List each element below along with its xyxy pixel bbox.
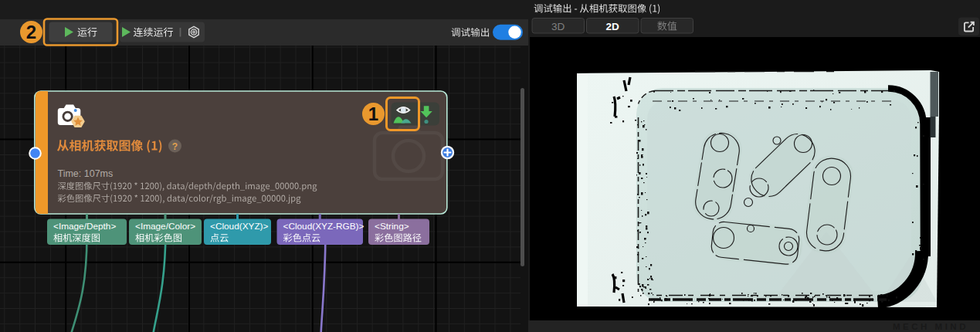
- svg-text:1: 1: [368, 103, 378, 124]
- svg-text:<Cloud(XYZ)>: <Cloud(XYZ)>: [210, 221, 269, 232]
- svg-text:Time: 107ms: Time: 107ms: [58, 168, 114, 179]
- svg-text:?: ?: [172, 141, 178, 152]
- svg-text:<Image/Color>: <Image/Color>: [135, 221, 195, 232]
- svg-text:2: 2: [26, 22, 36, 42]
- svg-text:3D: 3D: [551, 21, 565, 32]
- svg-text:2D: 2D: [606, 21, 620, 32]
- svg-text:<Cloud(XYZ-RGB)>: <Cloud(XYZ-RGB)>: [283, 221, 365, 232]
- svg-text:<Image/Depth>: <Image/Depth>: [53, 221, 116, 232]
- svg-text:<String>: <String>: [375, 221, 409, 232]
